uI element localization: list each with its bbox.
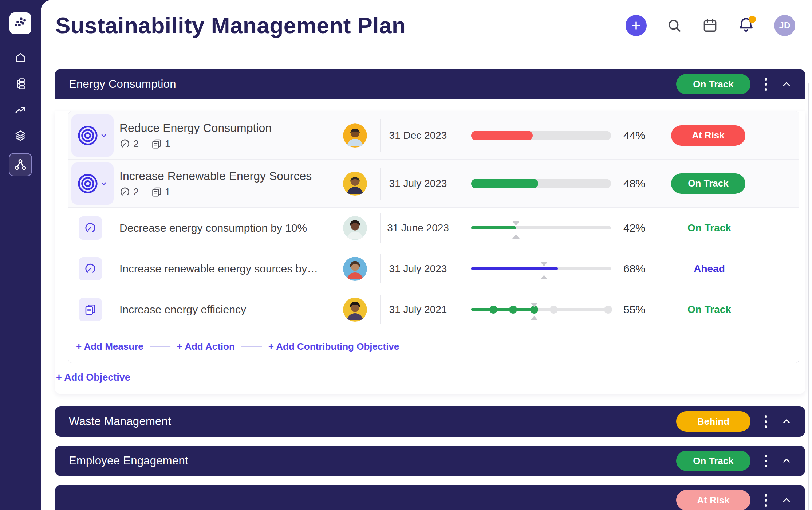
section-employee-engagement: Employee Engagement On Track: [55, 446, 805, 476]
collapse-button[interactable]: [781, 416, 792, 427]
scrollbar[interactable]: [808, 83, 809, 510]
dot-grid-logo-icon: [13, 16, 27, 30]
add-contributing-objective-link[interactable]: + Add Contributing Objective: [268, 341, 399, 352]
add-measure-link[interactable]: + Add Measure: [76, 341, 143, 352]
section-body: Reduce Energy Consumption 2 1 31 Dec 202…: [55, 111, 805, 394]
chevron-down-icon: [100, 180, 108, 188]
kebab-menu-icon[interactable]: [761, 452, 770, 470]
trend-up-icon: [14, 104, 27, 116]
progress-percent: 68%: [611, 263, 658, 275]
chevron-up-icon: [781, 495, 792, 506]
add-objective-link[interactable]: + Add Objective: [56, 372, 130, 383]
section-energy-consumption: Energy Consumption On Track: [55, 69, 805, 394]
documents-icon: [151, 138, 162, 149]
documents-icon: [151, 187, 162, 197]
progress-milestones: [456, 308, 611, 311]
link-separator: [150, 346, 170, 347]
assignee-avatar: [343, 123, 367, 148]
status-badge: On Track: [676, 74, 750, 94]
kebab-menu-icon[interactable]: [761, 492, 770, 509]
objective-row[interactable]: Increase Renewable Energy Sources 2 1 31…: [68, 160, 799, 208]
chevron-up-icon: [781, 79, 792, 90]
section-header[interactable]: Energy Consumption On Track: [55, 69, 805, 99]
sidebar-item-layers[interactable]: [14, 129, 27, 142]
chevron-up-icon: [781, 455, 792, 466]
action-title[interactable]: Increase energy efficiency: [119, 303, 323, 316]
calendar-button[interactable]: [702, 17, 718, 34]
row-status-text: On Track: [671, 304, 748, 315]
section-header[interactable]: Waste Management Behind: [55, 406, 805, 437]
network-icon: [14, 158, 27, 171]
measure-row[interactable]: Increase renewable energy sources by… 31…: [68, 248, 799, 289]
due-date: 31 June 2023: [380, 213, 456, 243]
main-content: Sustainability Management Plan JD Energy…: [41, 0, 812, 510]
measure-count: 2: [133, 187, 139, 198]
sidebar-item-home[interactable]: [14, 51, 27, 64]
topbar: Sustainability Management Plan JD: [41, 0, 812, 38]
measure-row[interactable]: Decrease energy consumption by 10% 31 Ju…: [68, 208, 799, 248]
row-status-badge: On Track: [671, 173, 745, 194]
objective-expand-control[interactable]: [71, 162, 114, 205]
assignee-avatar: [343, 216, 367, 240]
search-icon: [666, 17, 682, 34]
objective-title[interactable]: Increase Renewable Energy Sources: [119, 169, 323, 183]
due-date: 31 July 2023: [380, 168, 456, 200]
milestone-dot[interactable]: [604, 306, 612, 314]
due-date: 31 Dec 2023: [380, 119, 456, 152]
objective-title[interactable]: Reduce Energy Consumption: [119, 121, 323, 135]
sidebar-item-network-active[interactable]: [9, 153, 32, 176]
app-logo[interactable]: [9, 12, 31, 34]
documents-icon: [84, 303, 96, 316]
collapse-button[interactable]: [781, 455, 792, 466]
chevron-up-icon: [781, 416, 792, 427]
search-button[interactable]: [666, 17, 682, 34]
collapse-button[interactable]: [781, 79, 792, 90]
milestone-dot[interactable]: [550, 306, 558, 314]
progress-percent: 44%: [611, 129, 658, 142]
due-date: 31 July 2021: [380, 295, 456, 324]
layers-icon: [14, 129, 27, 142]
user-avatar[interactable]: JD: [774, 15, 795, 36]
section-partial: At Risk: [55, 485, 805, 510]
measure-count: 2: [133, 138, 139, 150]
assignee-avatar: [343, 172, 367, 196]
milestone-dot[interactable]: [509, 306, 517, 314]
add-action-link[interactable]: + Add Action: [177, 341, 235, 352]
status-badge: At Risk: [676, 490, 750, 510]
objective-row[interactable]: Reduce Energy Consumption 2 1 31 Dec 202…: [68, 111, 799, 160]
section-header[interactable]: At Risk: [55, 485, 805, 510]
progress-bar: [456, 179, 611, 188]
sidebar-item-plans[interactable]: [14, 77, 27, 90]
progress-percent: 55%: [611, 303, 658, 316]
link-separator: [241, 346, 262, 347]
notifications-button[interactable]: [738, 16, 754, 35]
section-title: Energy Consumption: [69, 78, 676, 91]
create-button[interactable]: [626, 15, 647, 36]
top-actions: JD: [626, 15, 804, 36]
status-badge: On Track: [676, 451, 750, 471]
measure-title[interactable]: Increase renewable energy sources by…: [119, 263, 323, 275]
collapse-button[interactable]: [781, 495, 792, 506]
target-icon: [77, 173, 98, 194]
due-date: 31 July 2023: [380, 254, 456, 283]
section-title: Waste Management: [69, 415, 676, 428]
section-header[interactable]: Employee Engagement On Track: [55, 446, 805, 476]
row-footer: + Add Measure + Add Action + Add Contrib…: [68, 330, 799, 363]
milestone-dot[interactable]: [489, 306, 497, 314]
sidebar-item-insights[interactable]: [14, 103, 27, 117]
notification-dot: [749, 16, 756, 23]
sidebar: [0, 0, 41, 510]
objective-counts: 2 1: [119, 138, 323, 150]
assignee-avatar: [343, 257, 367, 281]
home-icon: [14, 51, 27, 64]
kebab-menu-icon[interactable]: [761, 413, 770, 430]
objective-expand-control[interactable]: [71, 114, 114, 157]
action-row[interactable]: Increase energy efficiency 31 July 2021: [68, 289, 799, 330]
progress-percent: 48%: [611, 177, 658, 190]
measure-icon-box: [79, 216, 102, 240]
measure-title[interactable]: Decrease energy consumption by 10%: [119, 222, 323, 234]
row-status-text: Ahead: [671, 263, 748, 275]
calendar-icon: [702, 17, 718, 34]
kebab-menu-icon[interactable]: [761, 76, 770, 93]
progress-line: [456, 226, 611, 230]
